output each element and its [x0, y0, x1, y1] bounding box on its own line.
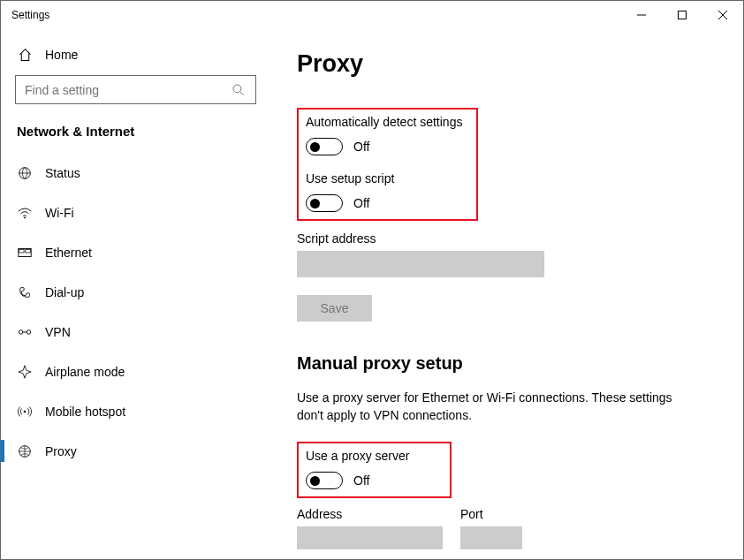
home-icon	[17, 47, 33, 63]
auto-detect-toggle-row: Off	[306, 138, 466, 155]
sidebar-item-vpn[interactable]: VPN	[1, 312, 270, 352]
address-label: Address	[297, 507, 443, 521]
hotspot-icon	[17, 404, 33, 420]
main-content: Proxy Automatically detect settings Off …	[270, 29, 743, 559]
sidebar-item-label: Airplane mode	[45, 365, 125, 379]
sidebar-item-hotspot[interactable]: Mobile hotspot	[1, 391, 270, 431]
port-column: Port	[460, 507, 522, 549]
use-proxy-toggle-row: Off	[306, 472, 439, 489]
svg-point-7	[24, 216, 26, 218]
setup-script-label: Use setup script	[306, 171, 466, 185]
svg-rect-9	[19, 249, 24, 253]
save-button-label: Save	[321, 301, 349, 315]
window-title: Settings	[11, 9, 49, 21]
page-title: Proxy	[297, 50, 722, 78]
home-label: Home	[45, 48, 78, 62]
sidebar-item-wifi[interactable]: Wi-Fi	[1, 193, 270, 232]
svg-point-14	[24, 410, 27, 412]
use-proxy-state: Off	[353, 473, 369, 488]
port-label: Port	[460, 507, 522, 521]
script-address-label: Script address	[297, 231, 722, 246]
titlebar: Settings	[1, 1, 743, 29]
manual-section-title: Manual proxy setup	[297, 353, 722, 374]
save-button[interactable]: Save	[297, 295, 372, 322]
address-port-row: Address Port	[297, 507, 722, 549]
svg-point-11	[19, 329, 23, 334]
setup-script-toggle[interactable]	[306, 194, 343, 212]
window-controls	[621, 1, 743, 29]
port-input[interactable]	[460, 526, 522, 549]
sidebar: Home Network & Internet Status	[1, 29, 270, 559]
auto-detect-toggle[interactable]	[306, 138, 343, 155]
sidebar-item-label: Dial-up	[45, 285, 84, 299]
sidebar-category: Network & Internet	[1, 120, 270, 153]
address-input[interactable]	[297, 526, 443, 549]
svg-point-12	[27, 329, 31, 334]
sidebar-item-label: Wi-Fi	[45, 206, 74, 220]
svg-rect-1	[679, 11, 687, 19]
search-container	[1, 75, 270, 120]
sidebar-item-label: Ethernet	[45, 246, 92, 260]
settings-window: Settings Home	[0, 0, 744, 560]
airplane-icon	[17, 364, 33, 380]
sidebar-item-label: Mobile hotspot	[45, 405, 125, 419]
use-proxy-label: Use a proxy server	[306, 449, 439, 463]
svg-rect-10	[26, 249, 30, 253]
minimize-button[interactable]	[621, 1, 662, 29]
highlight-auto: Automatically detect settings Off Use se…	[297, 108, 478, 221]
auto-detect-state: Off	[353, 140, 369, 154]
auto-detect-label: Automatically detect settings	[306, 115, 466, 129]
status-icon	[17, 165, 33, 181]
sidebar-item-dialup[interactable]: Dial-up	[1, 272, 270, 312]
ethernet-icon	[17, 245, 33, 261]
vpn-icon	[17, 324, 33, 340]
sidebar-item-label: Proxy	[45, 444, 77, 458]
manual-section-desc: Use a proxy server for Ethernet or Wi-Fi…	[297, 390, 677, 424]
script-address-input[interactable]	[297, 251, 544, 277]
sidebar-item-label: VPN	[45, 325, 71, 339]
home-nav[interactable]: Home	[1, 38, 270, 75]
svg-line-5	[240, 91, 244, 95]
sidebar-item-ethernet[interactable]: Ethernet	[1, 232, 270, 272]
sidebar-item-label: Status	[45, 166, 80, 180]
sidebar-item-status[interactable]: Status	[1, 153, 270, 193]
wifi-icon	[17, 205, 33, 221]
search-box[interactable]	[15, 75, 256, 104]
setup-script-toggle-row: Off	[306, 194, 466, 212]
svg-point-4	[233, 85, 241, 93]
window-body: Home Network & Internet Status	[1, 29, 743, 559]
sidebar-item-airplane[interactable]: Airplane mode	[1, 352, 270, 391]
close-button[interactable]	[702, 1, 743, 29]
address-column: Address	[297, 507, 443, 549]
search-icon	[231, 82, 247, 98]
search-input[interactable]	[25, 83, 231, 97]
dialup-icon	[17, 284, 33, 300]
sidebar-item-proxy[interactable]: Proxy	[1, 431, 270, 471]
maximize-button[interactable]	[662, 1, 702, 29]
proxy-icon	[17, 443, 33, 459]
highlight-manual: Use a proxy server Off	[297, 442, 452, 498]
setup-script-state: Off	[353, 196, 369, 210]
use-proxy-toggle[interactable]	[306, 472, 343, 489]
